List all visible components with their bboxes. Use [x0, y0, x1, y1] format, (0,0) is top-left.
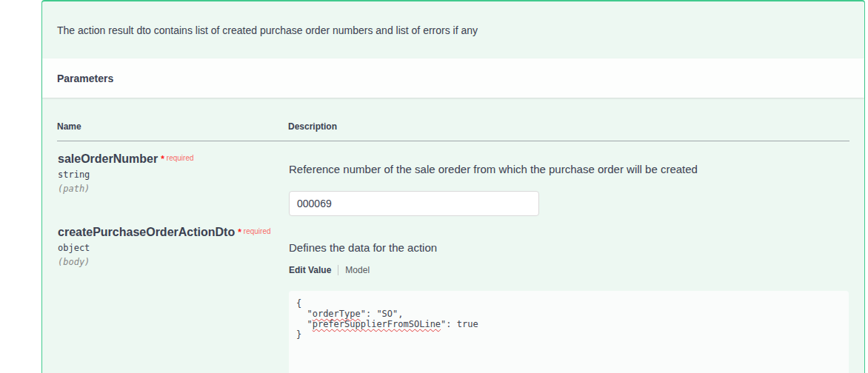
param-row-saleOrderNumber: saleOrderNumber*required string (path) R… — [57, 141, 849, 223]
param-location: (path) — [58, 184, 287, 194]
param-name: createPurchaseOrderActionDto*required — [58, 225, 287, 240]
tab-edit-value[interactable]: Edit Value — [289, 265, 331, 275]
operation-description: The action result dto contains list of c… — [42, 1, 864, 58]
param-name: saleOrderNumber*required — [58, 152, 287, 167]
code-text: ": true — [441, 319, 478, 329]
parameters-table-container: Name Description saleOrderNumber*require… — [42, 115, 864, 373]
param-description-text: Defines the data for the action — [289, 240, 849, 255]
param-description-text: Reference number of the sale oreder from… — [289, 161, 849, 177]
param-name-text: createPurchaseOrderActionDto — [58, 226, 235, 238]
param-name-cell: saleOrderNumber*required string (path) — [57, 141, 288, 223]
description-column-header: Description — [288, 115, 849, 141]
param-location: (body) — [58, 257, 287, 267]
code-line: } — [296, 329, 841, 340]
code-text: ": "SO", — [361, 309, 404, 319]
code-line: "preferSupplierFromSOLine": true — [296, 319, 841, 329]
operation-block: The action result dto contains list of c… — [41, 0, 865, 373]
code-line: { — [296, 298, 841, 309]
required-label: required — [244, 227, 271, 235]
code-line: "orderType": "SO", — [296, 309, 841, 319]
parameters-header-row: Name Description — [57, 115, 849, 141]
param-name-cell: createPurchaseOrderActionDto*required ob… — [57, 222, 288, 373]
operation-description-text: The action result dto contains list of c… — [57, 24, 478, 36]
body-value-textarea[interactable]: { "orderType": "SO", "preferSupplierFrom… — [289, 291, 849, 373]
param-row-createPurchaseOrderActionDto: createPurchaseOrderActionDto*required ob… — [57, 222, 849, 373]
name-column-header: Name — [57, 115, 288, 141]
parameters-title: Parameters — [57, 73, 113, 84]
code-text: { — [296, 298, 301, 309]
code-key-orderType: orderType — [313, 309, 361, 319]
body-param-tabs: Edit Value Model — [289, 265, 849, 275]
param-type: string — [58, 169, 287, 180]
param-description-cell: Defines the data for the action Edit Val… — [288, 222, 849, 373]
parameters-section-header: Parameters — [42, 58, 864, 98]
required-asterisk: * — [238, 227, 241, 238]
param-description-cell: Reference number of the sale oreder from… — [288, 141, 849, 223]
parameters-table: Name Description saleOrderNumber*require… — [57, 115, 849, 373]
tab-separator — [338, 265, 338, 275]
required-asterisk: * — [161, 154, 164, 164]
required-label: required — [167, 154, 194, 162]
saleOrderNumber-value-input[interactable] — [289, 191, 539, 216]
code-key-preferSupplierFromSOLine: preferSupplierFromSOLine — [313, 319, 441, 329]
tab-model[interactable]: Model — [345, 265, 370, 275]
param-name-text: saleOrderNumber — [58, 152, 158, 165]
param-type: object — [58, 243, 287, 253]
code-text: " — [296, 319, 313, 329]
code-text: " — [296, 309, 313, 319]
code-text: } — [296, 329, 301, 340]
